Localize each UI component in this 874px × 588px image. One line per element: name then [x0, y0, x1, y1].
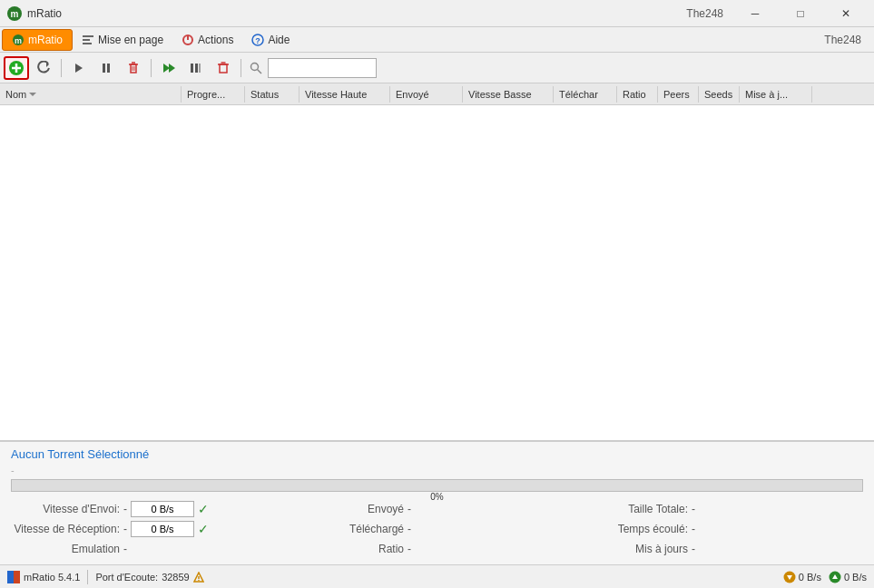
sort-icon: [28, 90, 37, 99]
menu-bar-username: The248: [824, 34, 872, 46]
col-header-status[interactable]: Status: [245, 86, 300, 103]
torrent-table-body: [0, 105, 874, 440]
svg-text:?: ?: [256, 36, 261, 45]
add-icon: [8, 60, 25, 76]
menu-mratio[interactable]: m mRatio: [2, 29, 73, 51]
title-bar: m mRatio The248 ─ □ ✕: [0, 0, 874, 27]
mis-a-jours-dash: -: [692, 543, 695, 555]
vitesse-envoi-check[interactable]: ✓: [198, 502, 209, 516]
minimize-button[interactable]: ─: [734, 0, 776, 27]
status-bar: mRatio 5.4.1 Port d'Ecoute: 32859 0 B/s …: [0, 564, 874, 588]
col-header-ratio[interactable]: Ratio: [617, 86, 658, 103]
refresh-icon: [36, 61, 51, 75]
col-header-seeds[interactable]: Seeds: [699, 86, 740, 103]
emulation-label: Emulation: [11, 543, 120, 555]
svg-rect-5: [83, 39, 90, 41]
col-header-envoye[interactable]: Envoyé: [390, 86, 463, 103]
status-app-name: mRatio 5.4.1: [24, 572, 80, 583]
app-icon: m: [7, 6, 22, 21]
delete-all-button[interactable]: [211, 56, 236, 80]
maximize-button[interactable]: □: [780, 0, 821, 27]
close-button[interactable]: ✕: [825, 0, 867, 27]
pause-all-button[interactable]: [183, 56, 209, 80]
col-header-vitesse-haute[interactable]: Vitesse Haute: [300, 86, 390, 103]
temps-ecoule-dash: -: [692, 523, 695, 535]
svg-text:m: m: [11, 9, 19, 19]
svg-marker-15: [75, 64, 83, 73]
play-button[interactable]: [66, 56, 92, 80]
taille-totale-dash: -: [692, 503, 695, 515]
aide-icon: ?: [251, 34, 264, 46]
vitesse-envoi-label: Vitesse d'Envoi:: [11, 503, 120, 515]
vitesse-reception-dash: -: [123, 523, 127, 535]
username: The248: [686, 7, 723, 20]
progress-bar-container: 0%: [11, 479, 863, 492]
svg-rect-35: [14, 571, 20, 583]
ratio-dash: -: [408, 543, 411, 555]
stats-grid: Vitesse d'Envoi: - ✓ Vitesse de Réceptio…: [11, 499, 863, 559]
col-header-nom[interactable]: Nom: [0, 86, 182, 103]
pause-all-icon: [189, 62, 203, 74]
play-all-button[interactable]: [156, 56, 182, 80]
play-icon: [73, 62, 85, 74]
pause-icon: [100, 62, 113, 74]
temps-ecoule-label: Temps écoulé:: [579, 523, 688, 535]
delete-button[interactable]: [121, 56, 146, 80]
stats-col-2: Envoyé - Téléchargé - Ratio -: [295, 499, 579, 559]
vitesse-reception-check[interactable]: ✓: [198, 522, 209, 536]
speed-down-icon: [783, 571, 796, 583]
status-port: Port d'Ecoute: 32859: [95, 572, 203, 583]
window-title: mRatio: [27, 7, 62, 20]
delete-icon: [126, 61, 141, 75]
ratio-label: Ratio: [295, 543, 404, 555]
title-bar-left: m mRatio: [7, 6, 62, 21]
status-bar-right: 0 B/s 0 B/s: [783, 571, 867, 583]
selected-torrent-title: Aucun Torrent Sélectionné: [11, 447, 863, 461]
temps-ecoule-row: Temps écoulé: -: [579, 519, 863, 539]
envoye-label: Envoyé: [295, 503, 404, 515]
vitesse-reception-label: Vitesse de Réception:: [11, 523, 120, 535]
svg-marker-23: [163, 64, 170, 73]
svg-rect-34: [7, 571, 14, 583]
menu-actions[interactable]: Actions: [172, 30, 242, 50]
toolbar-sep-1: [61, 59, 62, 77]
col-header-mise-a-jour[interactable]: Mise à j...: [740, 86, 812, 103]
speed-up-icon: [829, 571, 841, 583]
delete-all-icon: [216, 61, 231, 75]
speed-down-item: 0 B/s: [783, 571, 821, 583]
svg-rect-17: [107, 64, 110, 73]
svg-rect-4: [83, 35, 93, 37]
emulation-row: Emulation -: [11, 539, 295, 559]
col-header-peers[interactable]: Peers: [658, 86, 699, 103]
col-header-progress[interactable]: Progre...: [182, 86, 245, 103]
refresh-button[interactable]: [31, 56, 56, 80]
vitesse-envoi-dash: -: [123, 503, 127, 515]
pause-button[interactable]: [93, 56, 119, 80]
svg-text:m: m: [15, 36, 22, 45]
play-all-icon: [162, 62, 176, 74]
col-header-telechar[interactable]: Téléchar: [554, 86, 617, 103]
search-icon: [250, 62, 262, 74]
svg-marker-24: [169, 64, 175, 73]
telecharge-label: Téléchargé: [295, 523, 404, 535]
telecharge-row: Téléchargé -: [295, 519, 579, 539]
menu-aide[interactable]: ? Aide: [242, 30, 299, 50]
add-torrent-button[interactable]: [4, 56, 29, 80]
vitesse-reception-input[interactable]: [131, 521, 194, 537]
speed-up-item: 0 B/s: [829, 571, 867, 583]
status-app: mRatio 5.4.1: [7, 571, 80, 583]
svg-rect-18: [131, 64, 136, 73]
status-port-value: 32859: [162, 572, 190, 583]
svg-rect-28: [220, 64, 227, 73]
menu-mise-en-page[interactable]: Mise en page: [73, 30, 172, 50]
stats-col-3: Taille Totale: - Temps écoulé: - Mis à j…: [579, 499, 863, 559]
telecharge-dash: -: [408, 523, 411, 535]
main-area: Nom Progre... Status Vitesse Haute Envoy…: [0, 83, 874, 564]
taille-totale-label: Taille Totale:: [579, 503, 688, 515]
mise-en-page-icon: [82, 34, 94, 46]
stats-col-1: Vitesse d'Envoi: - ✓ Vitesse de Réceptio…: [11, 499, 295, 559]
col-header-vitesse-basse[interactable]: Vitesse Basse: [463, 86, 554, 103]
search-input[interactable]: [268, 58, 377, 78]
status-app-icon: [7, 571, 20, 583]
detail-panel: Aucun Torrent Sélectionné - 0% Vitesse d…: [0, 441, 874, 564]
